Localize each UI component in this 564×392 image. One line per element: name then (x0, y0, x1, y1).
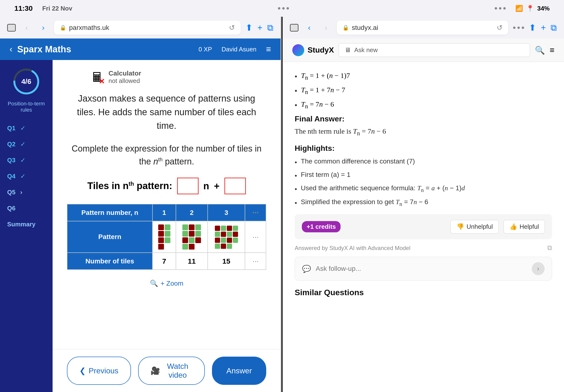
sidebar-item-q6[interactable]: Q6 (0, 200, 53, 216)
time: 11:30 (14, 4, 33, 13)
url-right: studyx.ai (352, 24, 378, 31)
lock-icon-left: 🔒 (60, 25, 66, 31)
add-tab-left[interactable]: + (257, 23, 262, 33)
highlight-4: • Simplified the expression to get Tn = … (295, 198, 552, 207)
battery: 34% (537, 5, 550, 12)
logo-circle (292, 44, 304, 56)
highlight-4-text: Simplified the expression to get Tn = 7n… (301, 198, 428, 207)
feedback-row: +1 credits 👎 Unhelpful 👍 Helpful (295, 214, 552, 239)
zoom-button[interactable]: 🔍 + Zoom (150, 280, 183, 287)
highlight-2-text: First term (a) = 1 (301, 171, 351, 179)
sidebar-item-summary[interactable]: Summary (0, 216, 53, 232)
final-answer-label: Final Answer: (295, 114, 552, 123)
right-panel: ‹ › 🔒 studyx.ai ↺ ⬆ + ⧉ StudyX 🖥 Ask new (283, 17, 564, 392)
back-button-left[interactable]: ‹ (21, 22, 32, 34)
send-icon: › (537, 265, 539, 272)
copy-icon[interactable]: ⧉ (547, 244, 552, 252)
highlight-3-text: Used the arithmetic sequence formula: Tn… (301, 184, 465, 193)
previous-button[interactable]: ❮ Previous (67, 357, 131, 385)
sidebar-item-q3[interactable]: Q3 ✓ (0, 152, 53, 168)
table-tiles-2: 11 (176, 253, 208, 270)
lock-icon-right: 🔒 (343, 25, 349, 31)
sparx-header: ‹ Sparx Maths 0 XP David Asuen ≡ (0, 39, 281, 60)
back-button-right[interactable]: ‹ (303, 22, 315, 34)
progress-label: 4/6 (21, 77, 31, 85)
answered-by: Answered by StudyX AI with Advanced Mode… (295, 244, 552, 252)
expression-row: Tiles in nth pattern: n + (87, 178, 246, 194)
sparx-menu[interactable]: ≡ (266, 44, 271, 54)
tab-switcher-left[interactable] (7, 24, 16, 31)
send-button[interactable]: › (532, 262, 545, 275)
sparx-footer: ❮ Previous 🎥 Watch video Answer (53, 349, 281, 392)
helpful-button[interactable]: 👍 Helpful (504, 220, 545, 234)
three-dots-browser (513, 27, 524, 29)
menu-button[interactable]: ≡ (550, 45, 554, 55)
studyx-logo-text: StudyX (308, 46, 334, 55)
table-pattern-1 (152, 221, 176, 253)
address-bar-left[interactable]: 🔒 parxmaths.uk ↺ (54, 21, 241, 35)
main-content: ‹ › 🔒 parxmaths.uk ↺ ⬆ + ⧉ ‹ Sparx Maths… (0, 17, 564, 392)
credits-badge: +1 credits (302, 221, 341, 232)
three-dots-right (495, 7, 506, 10)
search-button[interactable]: 🔍 (535, 45, 545, 55)
highlight-1-text: The common difference is constant (7) (301, 157, 415, 165)
sparx-user: David Asuen (221, 46, 256, 53)
table-header-dots: ··· (245, 204, 266, 221)
share-button-right[interactable]: ⬆ (529, 23, 536, 33)
sparx-back-arrow[interactable]: ‹ (10, 44, 13, 54)
tabs-button-right[interactable]: ⧉ (550, 23, 557, 33)
share-button-left[interactable]: ⬆ (246, 23, 253, 33)
chat-icon: 💬 (302, 265, 311, 273)
table-pattern-label: Pattern (67, 221, 152, 253)
answer-box-1[interactable] (177, 178, 199, 194)
tab-switcher-right[interactable] (290, 24, 299, 31)
step-3: • Tn = 7n − 6 (295, 100, 552, 110)
sparx-xp: 0 XP (199, 46, 212, 53)
highlight-3: • Used the arithmetic sequence formula: … (295, 184, 552, 193)
progress-circle: 4/6 (12, 67, 41, 96)
expr-prefix: Tiles in nth pattern: (87, 181, 172, 191)
refresh-icon-right[interactable]: ↺ (497, 23, 503, 32)
day-date: Fri 22 Nov (42, 5, 72, 12)
address-bar-right[interactable]: 🔒 studyx.ai ↺ (337, 21, 508, 35)
studyx-header: StudyX 🖥 Ask new 🔍 ≡ (283, 39, 564, 62)
monitor-icon: 🖥 (345, 46, 351, 54)
watch-video-button[interactable]: 🎥 Watch video (138, 357, 205, 385)
unhelpful-button[interactable]: 👎 Unhelpful (451, 220, 499, 234)
table-header-1: 1 (152, 204, 176, 221)
table-header-3: 3 (208, 204, 245, 221)
left-browser-chrome: ‹ › 🔒 parxmaths.uk ↺ ⬆ + ⧉ (0, 17, 281, 39)
highlight-1: • The common difference is constant (7) (295, 157, 552, 166)
answer-box-2[interactable] (224, 178, 246, 194)
ask-new-bar[interactable]: 🖥 Ask new (339, 43, 530, 57)
helpful-label: Helpful (520, 223, 539, 230)
left-panel: ‹ › 🔒 parxmaths.uk ↺ ⬆ + ⧉ ‹ Sparx Maths… (0, 17, 281, 392)
step-3-text: Tn = 7n − 6 (301, 100, 334, 110)
table-tiles-3: 15 (208, 253, 245, 270)
forward-button-left[interactable]: › (37, 22, 49, 34)
previous-icon: ❮ (79, 366, 86, 375)
table-pattern-3 (208, 221, 245, 253)
answer-button[interactable]: Answer (212, 357, 266, 385)
sparx-title: Sparx Maths (17, 44, 199, 55)
zoom-icon: 🔍 (150, 280, 158, 287)
question-sub: Complete the expression for the number o… (71, 142, 262, 168)
forward-button-right[interactable]: › (320, 22, 332, 34)
topic-label: Position-to-term rules (0, 101, 53, 113)
refresh-icon-left[interactable]: ↺ (229, 23, 235, 32)
tabs-button-left[interactable]: ⧉ (267, 23, 273, 33)
answered-by-text: Answered by StudyX AI with Advanced Mode… (295, 245, 410, 252)
sidebar-item-q1[interactable]: Q1 ✓ (0, 120, 53, 136)
studyx-logo: StudyX (292, 44, 334, 56)
calculator-notice: 🖩 ✕ Calculator not allowed (91, 70, 141, 85)
highlights-label: Highlights: (295, 144, 552, 153)
video-icon: 🎥 (151, 366, 160, 375)
sidebar-item-q5[interactable]: Q5 › (0, 184, 53, 200)
ask-followup-bar[interactable]: 💬 › (295, 257, 552, 281)
unhelpful-label: Unhelpful (467, 223, 493, 230)
table-tiles-1: 7 (152, 253, 176, 270)
sidebar-item-q2[interactable]: Q2 ✓ (0, 136, 53, 152)
followup-input[interactable] (316, 265, 527, 272)
sidebar-item-q4[interactable]: Q4 ✓ (0, 168, 53, 184)
add-tab-right[interactable]: + (541, 23, 546, 33)
